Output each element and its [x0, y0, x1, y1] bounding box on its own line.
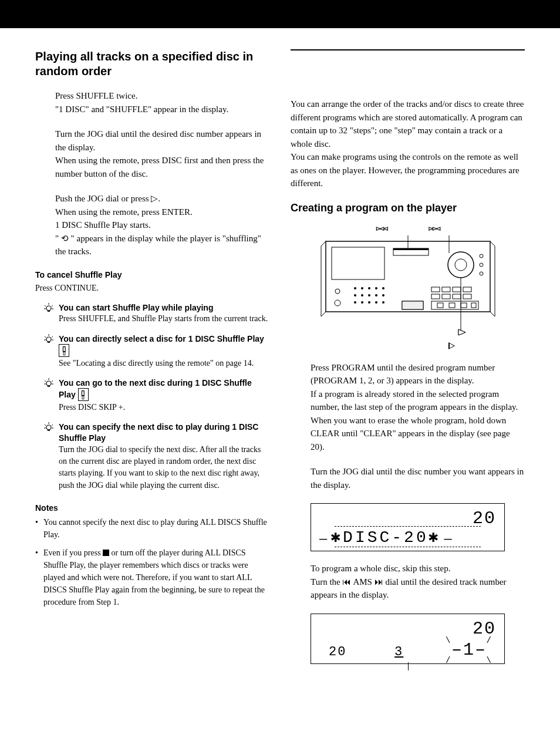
right-column: You can arrange the order of the tracks …	[291, 49, 525, 675]
tip-3-body: Press DISC SKIP +.	[59, 402, 269, 413]
tip-4-body: Turn the JOG dial to specify the next di…	[59, 444, 269, 491]
disp1-main-text: ✱DISC-20✱	[330, 530, 440, 546]
tip-1: You can start Shuffle Play while playing…	[43, 302, 269, 325]
svg-point-32	[354, 287, 356, 289]
svg-point-37	[354, 294, 356, 296]
svg-point-39	[368, 294, 370, 296]
notes-heading: Notes	[35, 503, 269, 513]
tip-4: You can specify the next disc to play du…	[43, 422, 269, 491]
svg-line-17	[52, 380, 53, 382]
remote-icon	[78, 388, 89, 401]
disp2-right: \ / –1– / \	[451, 641, 487, 659]
svg-point-45	[375, 301, 377, 304]
spark-right-icon: –	[444, 531, 452, 545]
intro-paragraph: You can arrange the order of the tracks …	[291, 97, 525, 190]
bulb-icon	[43, 302, 54, 313]
svg-point-64	[448, 252, 474, 278]
svg-line-3	[52, 305, 53, 306]
svg-point-7	[46, 337, 51, 342]
svg-line-23	[45, 424, 46, 426]
note-1: You cannot specify the next disc to play…	[35, 516, 269, 541]
spark-left-icon: –	[319, 531, 327, 545]
device-illustration	[314, 235, 502, 335]
device-play-label	[379, 340, 525, 351]
svg-line-9	[45, 336, 46, 338]
bulb-icon	[43, 422, 54, 432]
svg-line-2	[45, 305, 46, 306]
svg-line-24	[52, 424, 53, 426]
step-1: Press SHUFFLE twice. "1 DISC" and "SHUFF…	[55, 89, 269, 116]
display-panel-1: 20 – ✱DISC-20✱ –	[311, 503, 505, 551]
left-column: Playing all tracks on a specified disc i…	[35, 49, 269, 675]
tip-2-title: You can directly select a disc for 1 DIS…	[59, 333, 269, 358]
tip-2-body: See "Locating a disc directly using the …	[59, 358, 269, 369]
tip-1-title: You can start Shuffle Play while playing	[59, 302, 213, 314]
notes-list: You cannot specify the next disc to play…	[35, 516, 269, 608]
tip-2: You can directly select a disc for 1 DIS…	[43, 333, 269, 369]
left-heading: Playing all tracks on a specified disc i…	[35, 49, 269, 79]
svg-line-10	[52, 336, 53, 338]
r-step-2: Turn the JOG dial until the disc number …	[311, 465, 525, 491]
cancel-body: Press CONTINUE.	[35, 282, 269, 294]
disp2-top-right: 20	[473, 620, 496, 638]
svg-point-36	[382, 287, 384, 289]
r-step-3: To program a whole disc, skip this step.…	[311, 562, 525, 602]
svg-point-40	[375, 294, 377, 296]
tip-3-title: You can go to the next disc during 1 DIS…	[59, 378, 269, 402]
svg-point-38	[361, 294, 363, 296]
svg-point-41	[382, 294, 384, 296]
svg-point-34	[368, 287, 370, 289]
svg-point-33	[361, 287, 363, 289]
remote-icon	[59, 344, 69, 357]
svg-rect-29	[332, 247, 384, 279]
svg-point-21	[46, 425, 51, 430]
tip-1-body: Press SHUFFLE, and Shuffle Play starts f…	[59, 313, 269, 325]
svg-point-14	[46, 381, 51, 386]
right-heading: Creating a program on the player	[291, 202, 525, 214]
svg-rect-63	[402, 301, 423, 309]
svg-point-35	[375, 287, 377, 289]
skip-back-icon: ⊳⊲⊲	[376, 224, 387, 233]
note-2: Even if you press or turn off the player…	[35, 547, 269, 608]
cancel-heading: To cancel Shuffle Play	[35, 270, 269, 279]
svg-point-42	[354, 301, 356, 304]
display-panel-2: 20 20 3 \ / –1– / \	[311, 614, 505, 664]
bulb-icon	[43, 333, 54, 344]
svg-point-43	[361, 301, 363, 304]
tip-4-title: You can specify the next disc to play du…	[59, 422, 269, 444]
stop-icon	[103, 550, 109, 556]
svg-rect-48	[393, 248, 429, 250]
skip-forward-icon: ⊳⊳⊲	[429, 224, 440, 233]
svg-point-46	[382, 301, 384, 304]
svg-line-16	[45, 380, 46, 382]
bulb-icon	[43, 378, 54, 388]
play-icon	[448, 342, 455, 349]
step-3: Push the JOG dial or press ▷. When using…	[55, 192, 269, 258]
svg-point-44	[368, 301, 370, 304]
disp1-top-right: 20	[473, 510, 496, 527]
tip-3: You can go to the next disc during 1 DIS…	[43, 378, 269, 413]
device-top-labels: ⊳⊲⊲ ⊳⊳⊲	[291, 224, 525, 233]
r-step-1: Press PROGRAM until the desired program …	[311, 361, 525, 454]
section-rule	[291, 49, 525, 50]
svg-point-0	[46, 306, 51, 311]
disp2-mid: 3	[394, 646, 403, 659]
step-2: Turn the JOG dial until the desired disc…	[55, 127, 269, 180]
page-content: Playing all tracks on a specified disc i…	[0, 28, 560, 698]
header-black-bar	[0, 0, 560, 28]
disp2-left: 20	[329, 646, 346, 659]
